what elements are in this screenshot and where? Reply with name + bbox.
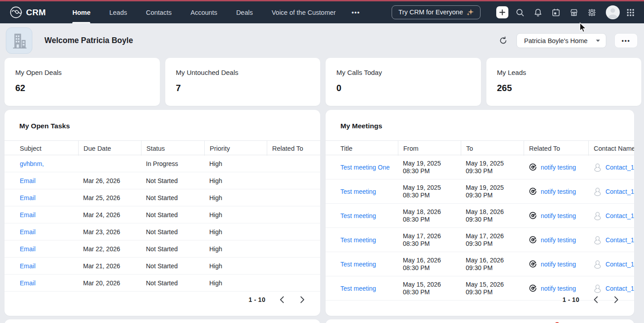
apps-grid-icon [626,8,635,17]
nav-item-leads[interactable]: Leads [100,1,137,23]
stat-card-value: 0 [336,83,470,93]
meeting-to-time: 09:30 PM [466,264,524,272]
stat-card[interactable]: My Calls Today0 [326,58,481,106]
contact-name-link[interactable]: Contact_1 [605,236,634,244]
meeting-from: May 18, 202608:30 PM [398,208,461,223]
nav-item-contacts[interactable]: Contacts [137,1,181,23]
deal-target-icon [529,284,537,292]
deal-target-icon [529,236,537,244]
nav-item-accounts[interactable]: Accounts [181,1,227,23]
meeting-to: May 16, 202609:30 PM [461,257,524,272]
contact-name-link[interactable]: Contact_1 [605,261,634,268]
next-widget-panel-left [4,319,320,323]
task-due-date: Mar 20, 2026 [78,279,141,287]
task-subject-link[interactable]: Email [20,211,78,218]
try-crm-for-everyone-button[interactable]: Try CRM for Everyone [392,5,481,19]
task-status: Not Started [141,245,204,253]
tasks-table-body: gvhbnm,In ProgressHighEmailMar 26, 2026N… [4,155,320,292]
chevron-down-icon [595,39,600,43]
my-open-tasks-panel: My Open Tasks SubjectDue DateStatusPrior… [4,110,320,316]
meeting-title-link[interactable]: Test meeting [340,261,398,268]
task-priority: High [204,279,267,287]
contact-name-link[interactable]: Contact_1 [605,164,634,171]
meeting-to-date: May 17, 2026 [466,232,524,240]
marketplace-button[interactable] [565,4,583,22]
stat-card[interactable]: My Open Deals62 [4,58,160,106]
related-to-link[interactable]: notify testing [541,188,576,195]
nav-more-button[interactable]: ••• [345,9,366,16]
contact-name-link[interactable]: Contact_1 [605,188,634,195]
meetings-prev-page-icon[interactable] [591,295,600,304]
task-priority: High [204,194,267,201]
related-to-link[interactable]: notify testing [541,261,576,268]
brand-name: CRM [26,8,46,17]
notifications-button[interactable] [529,4,547,22]
task-status: In Progress [141,160,204,167]
refresh-button[interactable] [495,33,511,49]
nav-item-home[interactable]: Home [63,1,100,23]
tasks-page-range: 1 - 10 [248,296,265,303]
meeting-from-date: May 17, 2026 [403,232,461,240]
related-to-link[interactable]: notify testing [541,236,576,244]
meeting-title-link[interactable]: Test meeting [340,236,398,244]
search-icon [516,8,525,17]
brand[interactable]: CRM [0,6,46,18]
stat-card-label: My Untouched Deals [176,69,310,76]
meeting-to: May 18, 202609:30 PM [461,208,524,223]
meeting-related-to: notify testing [524,163,588,171]
task-subject-link[interactable]: Email [20,228,78,236]
contact-avatar-icon [593,259,602,269]
task-priority: High [204,228,267,236]
related-to-link[interactable]: notify testing [541,164,576,171]
task-priority: High [204,177,267,184]
stat-card[interactable]: My Leads265 [486,58,642,106]
task-subject-link[interactable]: Email [20,279,78,287]
primary-nav: HomeLeadsContactsAccountsDealsVoice of t… [63,1,345,23]
topnav-actions: Try CRM for Everyone [392,4,644,22]
meeting-title-link[interactable]: Test meeting [340,285,398,292]
calendar-button[interactable] [547,4,565,22]
meeting-related-to: notify testing [524,260,588,268]
related-to-link[interactable]: notify testing [541,285,576,292]
meeting-to: May 15, 202609:30 PM [461,281,524,296]
task-subject-link[interactable]: Email [20,245,78,253]
related-to-link[interactable]: notify testing [541,212,576,219]
nav-item-deals[interactable]: Deals [227,1,262,23]
table-row: EmailMar 24, 2026Not StartedHigh [4,206,320,223]
table-row: EmailMar 21, 2026Not StartedHigh [4,258,320,275]
meeting-from: May 17, 202608:30 PM [398,232,461,248]
next-widget-panel-right [326,319,634,323]
settings-button[interactable] [583,4,601,22]
task-subject-link[interactable]: Email [20,262,78,270]
header-more-actions-button[interactable]: ••• [614,33,638,48]
stat-card[interactable]: My Untouched Deals7 [165,58,321,106]
stat-card-value: 62 [15,83,149,93]
column-header: Related To [267,141,320,156]
contact-avatar-icon [593,284,602,293]
user-profile-button[interactable] [604,4,622,22]
tasks-prev-page-icon[interactable] [277,295,286,304]
search-button[interactable] [511,4,529,22]
contact-name-link[interactable]: Contact_1 [605,285,634,292]
apps-menu-button[interactable] [622,4,640,22]
sparkle-icon [466,8,474,16]
contact-name-link[interactable]: Contact_1 [605,212,634,219]
nav-item-voice-of-the-customer[interactable]: Voice of the Customer [262,1,345,23]
settings-gear-icon [587,8,596,17]
tasks-next-page-icon[interactable] [298,295,307,304]
meeting-title-link[interactable]: Test meeting [340,188,398,195]
meetings-next-page-icon[interactable] [612,295,621,304]
task-subject-link[interactable]: Email [20,177,78,184]
task-subject-link[interactable]: Email [20,194,78,201]
meeting-to-time: 09:30 PM [466,240,524,248]
task-subject-link[interactable]: gvhbnm, [20,160,78,167]
meeting-title-link[interactable]: Test meeting [340,212,398,219]
task-due-date: Mar 26, 2026 [78,177,141,184]
meeting-title-link[interactable]: Test meeting One [340,164,398,171]
meetings-pagination: 1 - 10 [562,295,621,304]
welcome-header: Welcome Patricia Boyle Patricia Boyle's … [0,23,644,58]
home-view-selector[interactable]: Patricia Boyle's Home [516,33,606,48]
column-header: Status [141,141,204,156]
table-row: Test meeting OneMay 19, 202508:30 PMMay … [326,155,634,179]
add-record-button[interactable] [493,4,511,22]
